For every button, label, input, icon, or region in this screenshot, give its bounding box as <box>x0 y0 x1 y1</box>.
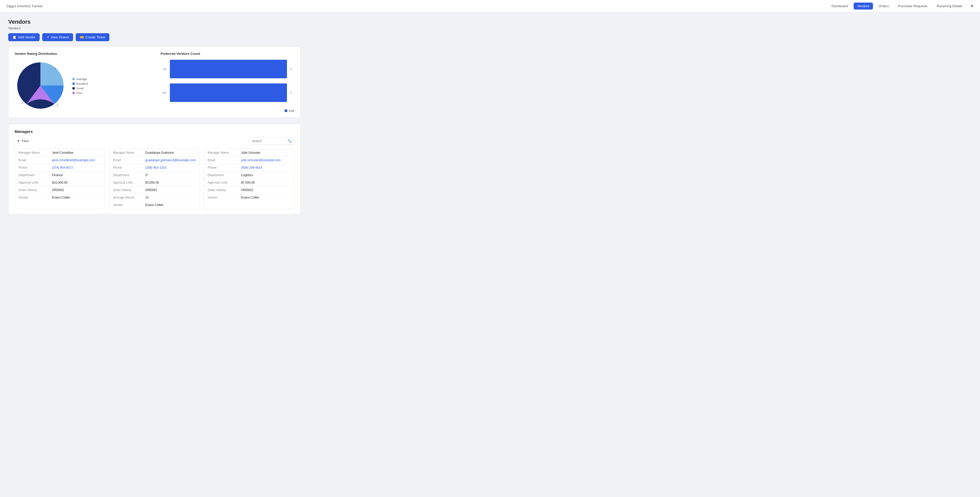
pie-legend: Average Excellent Good Poor <box>72 78 88 94</box>
legend-dot-good <box>72 87 75 89</box>
phone-link[interactable]: (374) 854-8072 <box>52 166 73 169</box>
field-label-approval: Approval Limit <box>110 179 142 186</box>
legend-label-good: Good <box>76 87 83 90</box>
field-value-dept: IT <box>142 172 199 179</box>
section-label: Vendors <box>8 26 301 30</box>
manager-card-2: Manager Name Julie Schuster Email julie.… <box>204 149 294 209</box>
add-vendor-button[interactable]: 📋 Add Vendor <box>8 33 40 41</box>
table-row: Vendor Evans Collier <box>15 194 105 201</box>
field-label-email: Email <box>110 156 142 164</box>
search-button[interactable]: 🔍 <box>285 137 294 145</box>
field-value-name: Julie Schuster <box>237 149 294 156</box>
nav-vendors[interactable]: Vendors <box>854 3 873 10</box>
nav-dashboard[interactable]: Dashboard <box>828 3 851 10</box>
app-brand: Ziggys Inventory Tracker <box>6 4 43 8</box>
pie-chart-wrapper: 1 1 2 1 Average Excellent <box>15 60 148 112</box>
theme-toggle-icon[interactable]: ☀ <box>970 3 974 8</box>
filter-icon: ▼ <box>17 139 20 143</box>
table-row: Approval Limit $7,500.00 <box>204 179 294 186</box>
field-value-vendor: Evans Collier <box>142 201 199 209</box>
pie-chart-svg: 1 1 2 1 <box>15 60 66 111</box>
add-vendor-icon: 📋 <box>12 35 16 39</box>
managers-toolbar: ▼ Filter 🔍 <box>15 137 294 145</box>
nav-receiving-details[interactable]: Receiving Details <box>933 3 966 10</box>
table-row: Email jerel.considine0@example.com <box>15 156 105 164</box>
field-label-vendor: Vendor <box>15 194 48 201</box>
add-vendor-label: Add Vendor <box>18 35 35 39</box>
action-buttons: 📋 Add Vendor ↗ View Orders 🎫 Create Tick… <box>8 33 301 41</box>
view-orders-button[interactable]: ↗ View Orders <box>42 33 73 41</box>
bar-row-no: No 3 <box>161 60 294 78</box>
filter-button[interactable]: ▼ Filter <box>15 138 31 144</box>
field-label-approval: Approval Limit <box>15 179 48 186</box>
legend-excellent: Excellent <box>72 82 88 85</box>
table-row: Order History ORD002 <box>15 186 105 194</box>
nav-purchase-requests[interactable]: Purchase Requests <box>894 3 931 10</box>
field-value-avg-reord: 15 <box>142 194 199 201</box>
email-link[interactable]: julie.schuster@example.com <box>241 158 281 162</box>
email-link[interactable]: jerel.considine0@example.com <box>52 158 95 162</box>
field-value-approval: $3,000.00 <box>142 179 199 186</box>
field-label-email: Email <box>15 156 48 164</box>
legend-dot-excellent <box>72 83 75 85</box>
manager-card-1: Manager Name Guadalupe Gutmann Email gua… <box>109 149 199 209</box>
field-value-phone: (288) 462-1015 <box>142 164 199 172</box>
bar-label-no: No <box>161 67 167 70</box>
phone-link[interactable]: (609) 294-4814 <box>241 166 262 169</box>
field-value-name: Guadalupe Gutmann <box>142 149 199 156</box>
field-label-name: Manager Name <box>15 149 48 156</box>
table-row: Phone (288) 462-1015 <box>110 164 199 172</box>
table-row: Approval Limit $10,000.00 <box>15 179 105 186</box>
nav-links: Dashboard Vendors Orders Purchase Reques… <box>828 3 974 10</box>
field-label-order-history: Order History <box>110 186 142 194</box>
create-ticket-button[interactable]: 🎫 Create Ticket <box>76 33 110 41</box>
table-row: Email julie.schuster@example.com <box>204 156 294 164</box>
field-label-dept: Department <box>110 172 142 179</box>
manager-card-0: Manager Name Jerel Considine Email jerel… <box>15 149 105 209</box>
bar-container-no <box>170 60 287 78</box>
field-value-phone: (374) 854-8072 <box>48 164 105 172</box>
nav-orders[interactable]: Orders <box>875 3 892 10</box>
table-row: Vendor Evans Collier <box>110 201 199 209</box>
table-row: Vendor Evans Collier <box>204 194 294 201</box>
field-label-avg-reord: Average Reord... <box>110 194 142 201</box>
field-value-email: guadalupe.gutmann3@example.com <box>142 156 199 164</box>
table-row: Order History ORD002 <box>204 186 294 194</box>
phone-link[interactable]: (288) 462-1015 <box>145 166 166 169</box>
managers-title: Managers <box>15 129 294 134</box>
manager-card-1-table: Manager Name Guadalupe Gutmann Email gua… <box>110 149 199 209</box>
filter-label: Filter <box>22 139 29 143</box>
search-box: 🔍 <box>249 137 294 145</box>
legend-label-average: Average <box>76 78 87 81</box>
bar-legend-dot <box>285 110 287 112</box>
field-value-email: julie.schuster@example.com <box>237 156 294 164</box>
manager-card-2-table: Manager Name Julie Schuster Email julie.… <box>204 149 294 201</box>
bar-row-yes: Yes 3 <box>161 83 294 102</box>
legend-average: Average <box>72 78 88 81</box>
field-label-email: Email <box>204 156 237 164</box>
field-label-dept: Department <box>15 172 48 179</box>
page-title: Vendors <box>8 19 301 25</box>
email-link[interactable]: guadalupe.gutmann3@example.com <box>145 158 196 162</box>
field-label-name: Manager Name <box>110 149 142 156</box>
legend-dot-average <box>72 78 75 80</box>
bar-chart-title: Preferred Vendors Count <box>161 52 294 56</box>
table-row: Manager Name Jerel Considine <box>15 149 105 156</box>
manager-cards-grid: Manager Name Jerel Considine Email jerel… <box>15 149 294 209</box>
field-value-name: Jerel Considine <box>48 149 105 156</box>
bar-fill-no <box>170 60 287 78</box>
table-row: Department IT <box>110 172 199 179</box>
field-label-order-history: Order History <box>15 186 48 194</box>
pie-chart-section: Vendor Rating Distribution 1 1 <box>15 52 148 112</box>
field-value-order-history: ORD002 <box>237 186 294 194</box>
table-row: Phone (609) 294-4814 <box>204 164 294 172</box>
table-row: Phone (374) 854-8072 <box>15 164 105 172</box>
field-value-vendor: Evans Collier <box>48 194 105 201</box>
search-input[interactable] <box>250 138 285 145</box>
pie-chart-title: Vendor Rating Distribution <box>15 52 148 56</box>
field-label-vendor: Vendor <box>204 194 237 201</box>
field-value-vendor: Evans Collier <box>237 194 294 201</box>
bar-chart-wrapper: No 3 Yes 3 total <box>161 60 294 112</box>
legend-good: Good <box>72 87 88 90</box>
field-label-phone: Phone <box>15 164 48 172</box>
